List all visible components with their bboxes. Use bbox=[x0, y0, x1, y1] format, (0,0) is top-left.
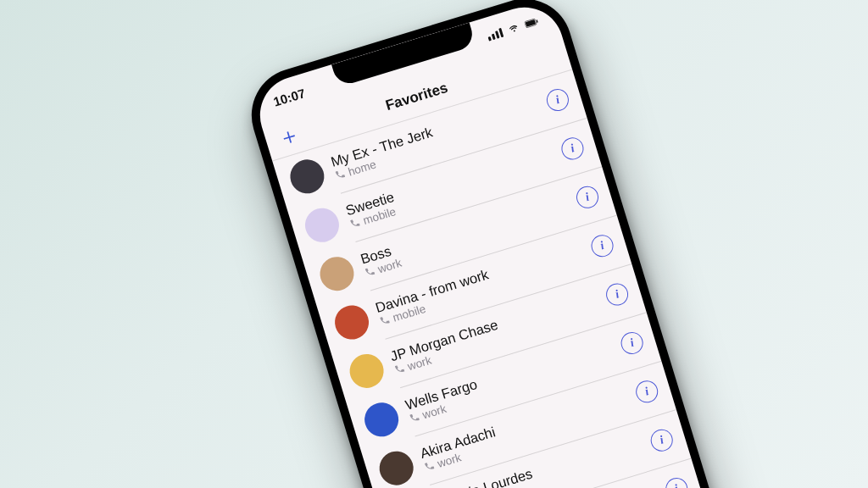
contact-avatar bbox=[376, 447, 418, 488]
contact-avatar bbox=[331, 302, 373, 344]
contact-avatar bbox=[346, 350, 388, 392]
info-button[interactable] bbox=[648, 426, 675, 453]
info-button[interactable] bbox=[618, 330, 645, 357]
phone-screen: 10:07 ＋ Favorites My Ex - The JerkhomeSw… bbox=[250, 0, 738, 488]
wifi-icon bbox=[506, 21, 522, 35]
svg-rect-1 bbox=[526, 19, 537, 27]
info-button[interactable] bbox=[588, 232, 615, 259]
status-time: 10:07 bbox=[271, 86, 307, 108]
handset-icon bbox=[349, 217, 362, 230]
battery-icon bbox=[524, 16, 540, 30]
status-indicators bbox=[487, 16, 540, 42]
svg-rect-2 bbox=[536, 19, 537, 23]
info-button[interactable] bbox=[604, 280, 631, 308]
cellular-icon bbox=[487, 27, 504, 41]
add-favorite-button[interactable]: ＋ bbox=[275, 122, 302, 149]
iphone-device: 10:07 ＋ Favorites My Ex - The JerkhomeSw… bbox=[240, 0, 749, 488]
handset-icon bbox=[364, 266, 376, 279]
info-button[interactable] bbox=[559, 135, 586, 162]
contact-avatar bbox=[316, 252, 359, 295]
handset-icon bbox=[379, 314, 392, 327]
info-button[interactable] bbox=[574, 184, 601, 211]
contact-avatar bbox=[360, 398, 403, 441]
info-button[interactable] bbox=[544, 86, 571, 114]
handset-icon bbox=[334, 169, 347, 181]
handset-icon bbox=[423, 460, 436, 473]
handset-icon bbox=[409, 412, 421, 424]
photo-backdrop: 10:07 ＋ Favorites My Ex - The JerkhomeSw… bbox=[0, 0, 868, 488]
info-button[interactable] bbox=[663, 475, 690, 488]
contact-avatar bbox=[301, 204, 343, 247]
handset-icon bbox=[393, 363, 406, 375]
contact-avatar bbox=[286, 155, 328, 197]
info-button[interactable] bbox=[633, 378, 660, 405]
